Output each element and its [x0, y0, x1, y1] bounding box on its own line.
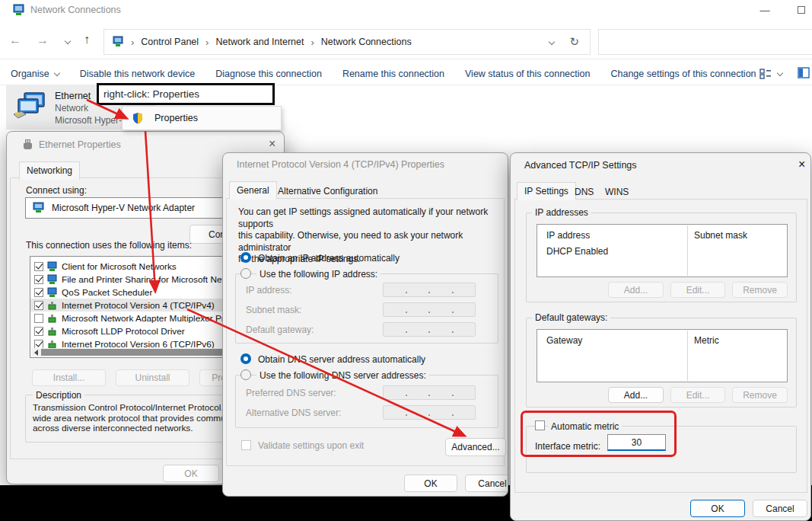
toolbar-rename-connection[interactable]: Rename this connection — [342, 69, 444, 79]
add-button: Add... — [608, 282, 664, 298]
view-options-button[interactable] — [759, 69, 782, 79]
toolbar-diagnose-connection[interactable]: Diagnose this connection — [215, 69, 322, 79]
tile-connection-name: Ethernet — [55, 91, 91, 101]
details-view-icon — [759, 69, 772, 79]
ip-address-input — [383, 283, 476, 297]
close-icon[interactable]: × — [798, 159, 805, 170]
use-ip-radio[interactable] — [240, 268, 251, 279]
client-icon — [47, 261, 58, 271]
ip-address-label: IP address: — [246, 285, 291, 296]
tab-dns[interactable]: DNS — [567, 183, 601, 201]
breadcrumb-separator: › — [124, 37, 141, 48]
uses-items-label: This connection uses the following items… — [26, 240, 192, 251]
close-icon[interactable]: × — [269, 139, 275, 149]
ethernet-plug-icon — [23, 139, 33, 150]
edit-button: Edit... — [670, 282, 725, 298]
dialog-title: Advanced TCP/IP Settings — [524, 160, 637, 171]
obtain-dns-radio[interactable] — [240, 353, 251, 364]
column-separator — [687, 225, 688, 276]
col-subnet-mask: Subnet mask — [694, 230, 747, 241]
command-toolbar: Organise Disable this network device Dia… — [11, 69, 756, 79]
validate-settings-label: Validate settings upon exit — [258, 440, 364, 451]
subnet-mask-input — [383, 302, 476, 317]
address-dropdown-chevron-icon[interactable] — [549, 39, 555, 45]
item-checkbox[interactable] — [34, 275, 43, 284]
view-chevron-icon — [777, 70, 783, 76]
default-gateway-input — [383, 322, 476, 337]
up-button[interactable]: ↑ — [84, 33, 90, 46]
breadcrumb-separator: › — [304, 37, 320, 48]
screen: Network Connections — ← → ↑ › Control Pa… — [0, 0, 812, 521]
forward-button[interactable]: → — [37, 34, 49, 47]
obtain-ip-radio[interactable] — [240, 252, 251, 263]
use-dns-label[interactable]: Use the following DNS server addresses: — [256, 370, 429, 381]
breadcrumb-network-and-internet[interactable]: Network and Internet — [215, 37, 304, 47]
dialog-title: Ethernet Properties — [39, 139, 121, 150]
use-dns-group — [235, 375, 498, 428]
item-checkbox[interactable] — [34, 340, 43, 349]
scrollbar-thumb[interactable] — [41, 349, 253, 356]
item-checkbox[interactable] — [34, 288, 43, 297]
uac-shield-icon — [132, 112, 144, 124]
toolbar-change-settings[interactable]: Change settings of this connection — [610, 69, 756, 79]
toolbar-view-status[interactable]: View status of this connection — [465, 69, 590, 79]
organise-chevron-icon — [53, 69, 59, 75]
search-input[interactable] — [599, 30, 812, 54]
tab-networking[interactable]: Networking — [19, 161, 80, 180]
organise-menu[interactable]: Organise — [11, 69, 59, 79]
protocol-icon — [47, 300, 58, 310]
adapter-name: Microsoft Hyper-V Network Adapter — [52, 203, 195, 213]
obtain-dns-label[interactable]: Obtain DNS server address automatically — [258, 354, 425, 365]
metric-highlight-rect — [521, 411, 677, 457]
preview-pane-icon[interactable] — [798, 67, 810, 79]
remove-button: Remove — [732, 282, 788, 298]
preferred-dns-label: Preferred DNS server: — [246, 388, 336, 398]
annotation-note-text: right-click: Properties — [103, 88, 199, 100]
back-button[interactable]: ← — [9, 34, 21, 47]
maximize-button[interactable] — [790, 2, 812, 18]
validate-settings-checkbox — [241, 440, 251, 450]
advanced-button[interactable]: Advanced... — [445, 438, 506, 456]
item-checkbox[interactable] — [34, 314, 43, 323]
connect-using-label: Connect using: — [26, 185, 87, 196]
obtain-ip-label[interactable]: Obtain an IP address automatically — [258, 253, 400, 264]
maximize-icon — [798, 6, 805, 14]
context-menu-properties[interactable]: Properties — [154, 113, 198, 123]
use-ip-label[interactable]: Use the following IP address: — [256, 269, 381, 280]
col-ip-address: IP address — [546, 230, 590, 241]
row-dhcp-enabled[interactable]: DHCP Enabled — [546, 246, 608, 257]
add-gateway-button[interactable]: Add... — [608, 387, 664, 403]
breadcrumb-control-panel[interactable]: Control Panel — [141, 37, 199, 47]
ok-button[interactable]: OK — [163, 465, 219, 482]
tile-network-status: Network — [55, 103, 88, 113]
description-legend: Description — [33, 390, 84, 401]
tab-wins[interactable]: WINS — [597, 183, 636, 201]
ok-button[interactable]: OK — [404, 475, 457, 492]
item-checkbox[interactable] — [34, 327, 43, 336]
alternative-dns-label: Alternative DNS server: — [246, 408, 341, 418]
ok-button[interactable]: OK — [690, 500, 745, 517]
breadcrumb-network-connections[interactable]: Network Connections — [321, 37, 412, 47]
refresh-icon[interactable]: ↻ — [569, 35, 579, 49]
annotation-note: right-click: Properties — [97, 83, 275, 105]
location-icon — [112, 36, 124, 48]
item-checkbox[interactable] — [34, 301, 43, 310]
use-dns-radio[interactable] — [240, 369, 251, 380]
protocol-icon — [47, 326, 58, 336]
gateways-table[interactable]: Gateway Metric — [537, 329, 788, 382]
minimize-button[interactable]: — — [753, 2, 776, 18]
default-gateways-legend: Default gateways: — [532, 312, 610, 323]
scroll-left-icon[interactable] — [34, 350, 38, 356]
cancel-button[interactable]: Cancel — [753, 500, 807, 517]
address-bar[interactable]: › Control Panel › Network and Internet ›… — [103, 29, 591, 55]
toolbar-disable-device[interactable]: Disable this network device — [80, 69, 195, 79]
cancel-button[interactable]: Cancel — [465, 475, 508, 492]
col-gateway: Gateway — [546, 335, 582, 346]
ip-addresses-table[interactable]: IP address Subnet mask DHCP Enabled — [537, 224, 788, 277]
edit-gateway-button: Edit... — [670, 387, 725, 403]
tab-alternative-configuration[interactable]: Alternative Configuration — [270, 182, 385, 200]
tile-adapter-name: Microsoft Hyper-V — [55, 115, 128, 126]
item-checkbox[interactable] — [34, 262, 43, 271]
recent-locations-chevron-icon[interactable] — [65, 38, 71, 44]
search-box[interactable] — [598, 29, 812, 55]
